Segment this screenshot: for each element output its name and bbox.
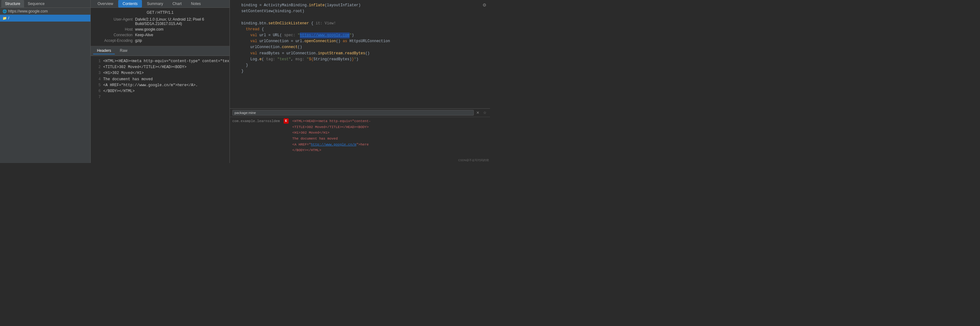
line-row-4: 4 The document has moved [94, 76, 226, 82]
code-keyword: val [250, 38, 257, 44]
line-content-6: </BODY></HTML> [103, 89, 226, 94]
code-interpolation: ${ [309, 57, 313, 62]
code-method: inflate [309, 3, 325, 8]
code-method: inputStream [318, 51, 343, 57]
log-link[interactable]: http://www.google.cn/m [311, 143, 356, 146]
code-string: " [354, 57, 356, 62]
code-text [304, 57, 307, 62]
code-text: setContentView(binding.root) [232, 8, 304, 14]
sub-tab-headers[interactable]: Headers [93, 47, 115, 54]
tree-item-root[interactable]: 📁 / [0, 15, 91, 22]
middle-panel: Overview Contents Summary Chart Notes GE… [91, 0, 230, 163]
log-tag: com.example.learnssldem [232, 118, 280, 124]
gear-icon-button[interactable]: ⚙ [481, 2, 487, 8]
close-log-btn[interactable]: ✕ [475, 110, 480, 116]
app-container: Structure Sequence 🌐 https://www.google.… [0, 0, 490, 163]
code-text: urlConnection = url. [257, 38, 304, 44]
code-text: urlConnection. [232, 44, 282, 50]
code-text [232, 38, 250, 44]
folder-icon: 📁 [3, 16, 7, 20]
bottom-log-panel: ✕ ☆ com.example.learnssldem E <HTML><HEA… [230, 108, 490, 163]
nav-tab-summary[interactable]: Summary [143, 0, 167, 8]
header-value-connection: Keep-Alive [135, 33, 153, 37]
code-line-3 [230, 14, 490, 20]
request-info: GET / HTTP/1.1 User-Agent Dalvik/2.1.0 (… [91, 8, 229, 46]
code-comment: msg: [296, 57, 305, 62]
code-line-8: urlConnection.connect() [230, 44, 490, 50]
line-content-4: The document has moved [103, 76, 226, 82]
headers-table: User-Agent Dalvik/2.1.0 (Linux; U; Andro… [94, 17, 226, 43]
header-name-useragent: User-Agent [94, 17, 135, 26]
line-content-7 [103, 94, 226, 100]
code-text: } [232, 62, 248, 68]
code-text: () [365, 51, 370, 57]
code-string: " [350, 32, 352, 38]
code-keyword: thread [246, 27, 259, 32]
header-value-host: www.google.com [135, 27, 164, 32]
log-content: com.example.learnssldem E <HTML><HEAD><m… [230, 117, 490, 163]
code-text: ( [262, 57, 266, 62]
log-search-input[interactable] [232, 110, 474, 116]
line-num-4: 4 [94, 76, 101, 82]
header-value-acceptencoding: gzip [135, 38, 142, 43]
code-line-7: val urlConnection = url.openConnection()… [230, 38, 490, 44]
code-text: binding = ActivityMainBinding. [232, 3, 309, 8]
log-level-badge: E [284, 118, 289, 123]
log-entry-1: com.example.learnssldem E <HTML><HEAD><m… [232, 118, 487, 154]
code-method: setOnClickListener [268, 21, 309, 27]
code-text: { [309, 21, 316, 27]
line-num-6: 6 [94, 89, 101, 94]
code-comment: spec: [284, 32, 296, 38]
line-num-3: 3 [94, 70, 101, 76]
left-tab-bar: Structure Sequence [0, 0, 91, 8]
code-text: readBytes = urlConnection. [257, 51, 318, 57]
header-row-host: Host www.google.com [94, 27, 226, 32]
nav-tab-overview[interactable]: Overview [93, 0, 118, 8]
code-keyword: val [250, 51, 257, 57]
code-line-5: thread { [230, 27, 490, 32]
line-num-5: 5 [94, 82, 101, 89]
tree-item-root-label: / [8, 16, 9, 20]
header-value-useragent: Dalvik/2.1.0 (Linux; U; Android 12; Pixe… [135, 17, 226, 26]
code-text [232, 32, 250, 38]
nav-tab-contents[interactable]: Contents [118, 0, 142, 8]
tab-structure[interactable]: Structure [1, 0, 24, 8]
code-method: e [259, 57, 261, 62]
code-line-12: } [230, 68, 490, 74]
code-keyword: as [343, 38, 347, 44]
code-text: } [232, 68, 243, 74]
line-content-2: <TITLE>302 Moved</TITLE></HEAD><BODY> [103, 64, 226, 70]
line-num-1: 1 [94, 59, 101, 64]
globe-icon: 🌐 [3, 9, 7, 13]
code-text: (layoutInflater) [325, 3, 361, 8]
line-num-2: 2 [94, 64, 101, 70]
left-panel: Structure Sequence 🌐 https://www.google.… [0, 0, 91, 163]
line-num-7: 7 [94, 94, 101, 100]
nav-tab-chart[interactable]: Chart [168, 0, 186, 8]
nav-tab-notes[interactable]: Notes [187, 0, 205, 8]
header-name-connection: Connection [94, 33, 135, 37]
log-toolbar: ✕ ☆ [230, 109, 490, 117]
code-text: Log. [232, 57, 259, 62]
watermark: CSDN@不会写代码的绕 [458, 158, 489, 162]
tree-item-google[interactable]: 🌐 https://www.google.com [0, 8, 91, 15]
code-text [275, 57, 277, 62]
sub-tab-raw[interactable]: Raw [116, 47, 131, 54]
header-name-host: Host [94, 27, 135, 32]
code-interpolation-end: } [352, 57, 354, 62]
code-text: () [298, 44, 302, 50]
code-string: " [307, 57, 309, 62]
tree-item-google-label: https://www.google.com [8, 9, 48, 13]
code-line-2: setContentView(binding.root) [230, 8, 490, 14]
star-log-btn[interactable]: ☆ [482, 110, 487, 116]
nav-tabs: Overview Contents Summary Chart Notes [91, 0, 229, 8]
code-line-10: Log.e( tag: "test", msg: "${String(readB… [230, 57, 490, 62]
header-row-acceptencoding: Accept-Encoding gzip [94, 38, 226, 43]
line-row-5: 5 <A HREF="http://www.google.cn/m">here<… [94, 82, 226, 89]
code-method: readBytes [345, 51, 365, 57]
code-text: , [291, 57, 295, 62]
tab-sequence[interactable]: Sequence [24, 0, 48, 8]
code-text: HttpsURLConnection [347, 38, 390, 44]
code-text: String(readBytes) [313, 57, 352, 62]
line-row-1: 1 <HTML><HEAD><meta http-equiv="content-… [94, 59, 226, 64]
